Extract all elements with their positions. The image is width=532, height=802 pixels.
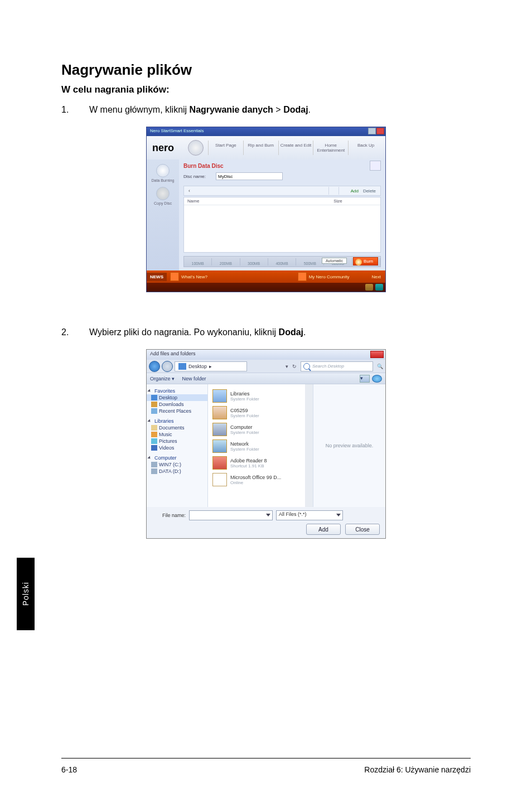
tab-create-edit[interactable]: Create and Edit: [278, 141, 313, 155]
step-2: 2. Wybierz pliki do nagrania. Po wykonan…: [61, 326, 471, 339]
file-office[interactable]: Microsoft Office 99 D...Online: [211, 471, 309, 488]
search-icon: [303, 363, 310, 370]
nero-sidebar: Data Burning Copy Disc: [147, 160, 179, 270]
tree-favorites[interactable]: Favorites: [147, 388, 207, 394]
filetype-dropdown[interactable]: All Files (*.*): [276, 510, 343, 520]
step-2-text: Wybierz pliki do nagrania. Po wykonaniu,…: [89, 326, 471, 339]
filename-input[interactable]: [189, 510, 273, 520]
nero-tabs: Start Page Rip and Burn Create and Edit …: [208, 141, 383, 155]
file-network[interactable]: NetworkSystem Folder: [211, 438, 309, 455]
footer-divider: [61, 758, 471, 758]
dialog-footer: File name: All Files (*.*) Add Close: [147, 507, 385, 538]
bottom-icon-1[interactable]: [365, 284, 373, 291]
scrollbar[interactable]: [305, 384, 313, 507]
organize-dropdown[interactable]: Organize: [150, 376, 171, 381]
add-button[interactable]: Add: [306, 524, 341, 535]
news-item-1[interactable]: What's New?: [181, 274, 207, 279]
filename-label: File name:: [152, 513, 186, 518]
disc-name-input[interactable]: [216, 172, 283, 180]
burn-button[interactable]: Burn: [353, 257, 378, 265]
dialog-titlebar: Add files and folders: [147, 350, 385, 360]
column-name: Name: [187, 199, 332, 204]
page-heading: Nagrywanie plików: [61, 61, 471, 79]
tree-music[interactable]: Music: [147, 431, 207, 438]
step-1: 1. W menu głównym, kliknij Nagrywanie da…: [61, 103, 471, 117]
nero-window-title: Nero StartSmart Essentials: [150, 128, 204, 133]
dialog-body: Favorites Desktop Downloads Recent Place…: [147, 384, 385, 507]
tree-cdrive[interactable]: WIN7 (C:): [147, 461, 207, 468]
close-button[interactable]: [376, 128, 384, 134]
sidebar-data-burning[interactable]: Data Burning: [147, 162, 179, 185]
toolbar-arrow-icon[interactable]: ‹: [186, 188, 190, 194]
tab-back-up[interactable]: Back Up: [348, 141, 383, 155]
nero-logo: nero: [149, 142, 188, 154]
minimize-button[interactable]: [368, 128, 376, 134]
copy-disc-icon: [156, 187, 170, 200]
tab-rip-burn[interactable]: Rip and Burn: [243, 141, 278, 155]
sidebar-copy-disc[interactable]: Copy Disc: [147, 185, 179, 207]
column-size: Size: [333, 199, 342, 204]
tree-recent[interactable]: Recent Places: [147, 408, 207, 414]
capacity-bar: 100MB 200MB 300MB 400MB 500MB 600MB 700M…: [183, 256, 381, 267]
tree-downloads[interactable]: Downloads: [147, 401, 207, 408]
new-folder-button[interactable]: New folder: [182, 376, 206, 381]
delete-button[interactable]: Delete: [361, 189, 378, 194]
nav-back-button[interactable]: [149, 361, 160, 372]
dialog-close-button[interactable]: [370, 351, 384, 358]
dialog-title: Add files and folders: [150, 351, 196, 356]
rss-icon: [298, 272, 307, 281]
preview-pane: No preview available.: [313, 384, 385, 507]
tree-desktop[interactable]: Desktop: [147, 394, 207, 401]
nero-body: Data Burning Copy Disc Burn Data Disc Di…: [147, 160, 385, 270]
tab-start-page[interactable]: Start Page: [208, 141, 243, 155]
file-user[interactable]: C05259System Folder: [211, 404, 309, 421]
tree-pictures[interactable]: Pictures: [147, 438, 207, 445]
add-button[interactable]: Add: [349, 189, 361, 194]
breadcrumb[interactable]: Desktop ▸: [175, 361, 247, 371]
file-toolbar: ‹ Add Delete: [183, 186, 381, 196]
desktop-icon: [178, 363, 186, 370]
network-icon: [212, 439, 227, 453]
tree-ddrive[interactable]: DATA (D:): [147, 468, 207, 475]
filename-row: File name: All Files (*.*): [152, 510, 380, 520]
page-content: Nagrywanie plików W celu nagrania plików…: [0, 0, 532, 572]
tab-home-entertainment[interactable]: Home Entertainment: [313, 141, 348, 155]
bottom-icon-2[interactable]: [375, 284, 383, 291]
news-next[interactable]: Next: [372, 274, 385, 279]
expand-icon[interactable]: [370, 161, 381, 171]
tree-libraries[interactable]: Libraries: [147, 418, 207, 424]
file-computer[interactable]: ComputerSystem Folder: [211, 421, 309, 438]
chevron-down-icon: [266, 514, 270, 516]
pdf-icon: [212, 456, 227, 470]
view-mode-button[interactable]: ▾: [360, 375, 370, 383]
file-adobe[interactable]: Adobe Reader 8Shortcut 1.91 KB: [211, 455, 309, 471]
view-icon-1[interactable]: [328, 187, 338, 195]
screenshot-nero: Nero StartSmart Essentials nero Start Pa…: [146, 127, 386, 292]
tree-documents[interactable]: Documents: [147, 424, 207, 431]
file-list-area: Name Size: [183, 197, 381, 253]
window-buttons: [368, 128, 384, 134]
search-input[interactable]: Search Desktop: [301, 361, 373, 371]
nav-forward-button[interactable]: [162, 361, 173, 372]
libraries-icon: [212, 389, 227, 403]
capacity-dropdown[interactable]: Automatic: [322, 258, 347, 264]
step-1-number: 1.: [61, 103, 89, 117]
capacity-tick: 400MB: [268, 258, 296, 265]
file-libraries[interactable]: LibrariesSystem Folder: [211, 388, 309, 404]
page-number: 6-18: [61, 765, 77, 774]
news-item-2[interactable]: My Nero Community: [309, 274, 350, 279]
close-button[interactable]: Close: [345, 524, 380, 535]
capacity-tick: 100MB: [184, 258, 212, 265]
capacity-tick: 500MB: [296, 258, 324, 265]
nero-header: nero Start Page Rip and Burn Create and …: [147, 136, 385, 160]
nero-main: Burn Data Disc Disc name: ‹ Add Delete N…: [179, 160, 385, 270]
view-icon-2[interactable]: [338, 187, 349, 195]
chapter-label: Rozdział 6: Używanie narzędzi: [364, 765, 471, 774]
search-submit-icon[interactable]: 🔍: [377, 364, 383, 369]
tree-computer[interactable]: Computer: [147, 455, 207, 461]
step-1-text: W menu głównym, kliknij Nagrywanie danyc…: [89, 103, 471, 117]
help-button[interactable]: [372, 375, 382, 383]
tree-videos[interactable]: Videos: [147, 445, 207, 451]
globe-icon[interactable]: [188, 140, 204, 156]
folder-tree: Favorites Desktop Downloads Recent Place…: [147, 384, 208, 507]
